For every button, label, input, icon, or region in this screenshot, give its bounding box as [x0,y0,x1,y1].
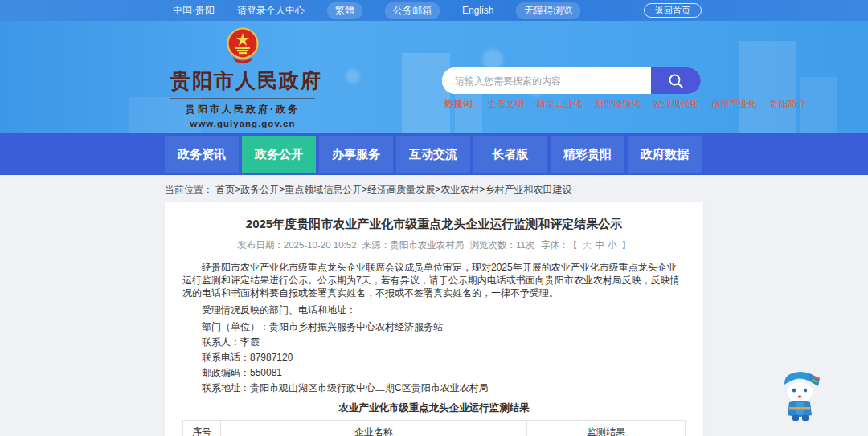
article-paragraph: 受理情况反映的部门、电话和地址： [182,304,686,316]
nav-item-互动交流[interactable]: 互动交流 [396,136,470,173]
hot-search-term[interactable]: 新型工业化 [536,98,583,110]
hot-search-term[interactable]: 生态文明 [487,98,524,110]
topbar-link[interactable]: 公务邮箱 [385,2,440,19]
main-nav: 政务资讯政务公开办事服务互动交流长者版精彩贵阳政府数据 [0,133,868,175]
nav-item-长者版[interactable]: 长者版 [473,136,547,173]
hot-search-row: 热搜词: 生态文明新型工业化新型城镇化农业现代化旅游产业化贵阳简介 [444,98,806,110]
article-card: 2025年度贵阳市农业产业化市级重点龙头企业运行监测和评定结果公示 发布日期：2… [165,202,703,436]
topbar-link[interactable]: 无障碍浏览 [516,2,580,19]
article-paragraph: 联系人：李霞 [182,336,686,348]
article-source: 来源：贵阳市农业农村局 [362,240,465,250]
article-paragraph: 联系地址：贵阳市观山湖区市级行政中心二期C区贵阳市农业农村局 [182,381,686,394]
font-size-control[interactable]: 大 [583,240,592,250]
topbar-link[interactable]: English [462,5,493,16]
national-emblem-icon [225,27,260,64]
skyline-decor [402,53,450,133]
banner-decor [346,69,360,84]
hot-search-term[interactable]: 农业现代化 [653,98,699,110]
article-paragraph: 部门（单位）：贵阳市乡村振兴服务中心农村经济服务站 [182,320,686,333]
article-body: 经贵阳市农业产业化市级重点龙头企业联席会议成员单位审定，现对2025年开展的农业… [182,261,686,394]
article-meta: 发布日期：2025-10-20 10:52 来源：贵阳市农业农村局 浏览次数：1… [182,239,686,251]
breadcrumb-path[interactable]: 首页>政务公开>重点领域信息公开>经济高质量发展>农业农村>乡村产业和农田建设 [215,184,571,195]
topbar-link[interactable]: 中国·贵阳 [173,4,215,18]
font-size-controls: 大中小 [581,240,619,250]
nav-item-政务资讯[interactable]: 政务资讯 [165,136,239,173]
mascot-figure[interactable] [776,365,826,426]
breadcrumb: 当前位置： 首页>政务公开>重点领域信息公开>经济高质量发展>农业农村>乡村产业… [165,183,571,197]
mascot-icon [776,365,826,423]
nav-item-办事服务[interactable]: 办事服务 [319,136,393,173]
search-button[interactable] [651,67,701,94]
hot-search-term[interactable]: 贵阳简介 [769,98,806,110]
breadcrumb-label: 当前位置： [165,184,213,195]
article-paragraph: 联系电话：87987120 [182,351,686,364]
hot-search-label: 热搜词: [444,98,475,110]
publish-date: 发布日期：2025-10-20 10:52 [237,240,356,250]
font-size-label: 字体：【 [541,240,578,250]
article-paragraph: 经贵阳市农业产业化市级重点龙头企业联席会议成员单位审定，现对2025年开展的农业… [182,261,686,299]
article-title: 2025年度贵阳市农业产业化市级重点龙头企业运行监测和评定结果公示 [182,217,686,232]
font-size-control[interactable]: 中 [595,240,604,250]
top-utility-bar: 中国·贵阳请登录个人中心繁體公务邮箱English无障碍浏览 返回首页 [0,0,868,21]
table-header-cell: 序号 [183,421,221,436]
nav-item-政府数据[interactable]: 政府数据 [628,136,702,173]
main-nav-items: 政务资讯政务公开办事服务互动交流长者版精彩贵阳政府数据 [165,133,868,173]
topbar-link[interactable]: 请登录个人中心 [237,4,305,18]
font-size-control[interactable]: 小 [608,240,617,250]
topbar-link[interactable]: 繁體 [327,2,362,19]
hot-search-terms: 生态文明新型工业化新型城镇化农业现代化旅游产业化贵阳简介 [487,98,806,110]
result-table: 序号企业名称监测结果 1贵州合力超市采购有限公司合格2贵州友禾种业有限公司合格3… [182,420,686,436]
return-home-button[interactable]: 返回首页 [644,3,702,18]
search-input[interactable] [442,67,651,94]
article-paragraph: 邮政编码：550081 [182,366,686,379]
nav-item-政务公开[interactable]: 政务公开 [242,136,316,173]
site-subtitle: 贵阳市人民政府·政务 [170,98,315,116]
view-count: 浏览次数：11次 [470,240,535,250]
search-box [442,67,701,94]
site-logo[interactable]: 贵阳市人民政府 贵阳市人民政府·政务 www.guiyang.gov.cn [170,27,315,128]
site-title: 贵阳市人民政府 [170,67,315,94]
table-header-cell: 企业名称 [220,421,526,436]
table-header-row: 序号企业名称监测结果 [183,421,686,436]
search-icon [668,73,684,89]
hot-search-term[interactable]: 旅游产业化 [711,98,758,110]
topbar-links: 中国·贵阳请登录个人中心繁體公务邮箱English无障碍浏览 [173,2,580,19]
result-table-caption: 农业产业化市级重点龙头企业运行监测结果 [182,401,686,415]
hot-search-term[interactable]: 新型城镇化 [595,98,641,110]
skyline-decor [739,41,796,133]
nav-item-精彩贵阳[interactable]: 精彩贵阳 [551,136,624,173]
font-size-label-close: 】 [621,240,631,250]
site-banner: 贵阳市人民政府 贵阳市人民政府·政务 www.guiyang.gov.cn 热搜… [0,21,868,133]
site-url: www.guiyang.gov.cn [170,119,315,128]
table-header-cell: 监测结果 [527,421,686,436]
